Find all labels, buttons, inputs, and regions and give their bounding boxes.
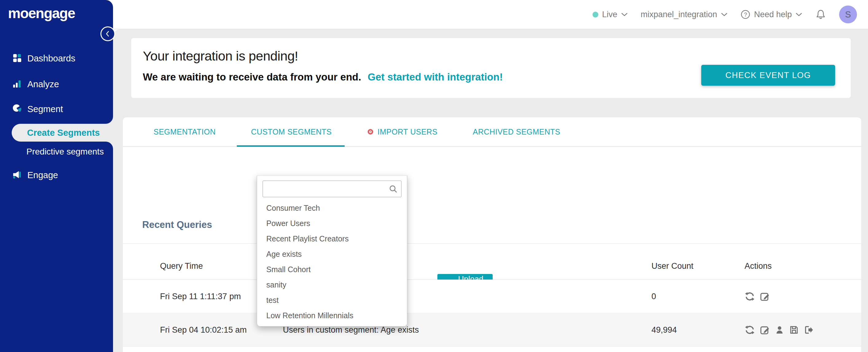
avatar[interactable]: S [839,5,857,23]
table-row: Fri Sep 11 1:11:37 pm 0 [123,280,861,313]
chevron-down-icon [621,12,628,17]
tab-segmentation[interactable]: SEGMENTATION [154,117,216,146]
custom-segment-option[interactable]: Recent Playlist Creators [257,231,407,246]
sidebar-item-label: Create Segments [27,128,100,138]
custom-segment-option[interactable]: Age exists [257,246,407,262]
user-action-button[interactable] [775,325,784,335]
avatar-initial: S [845,9,851,20]
banner-message: We are waiting to receive data from your… [143,71,503,83]
column-header-actions: Actions [745,253,772,280]
custom-segment-option[interactable]: sanity [257,277,407,292]
sidebar-item-label: Engage [27,170,58,180]
pie-chart-icon [12,104,22,115]
custom-segment-option[interactable]: test [257,292,407,308]
column-header-user-count: User Count [651,253,693,280]
user-count-cell: 0 [651,280,656,313]
custom-segment-option[interactable]: Small Cohort [257,262,407,277]
sidebar-item-label: Segment [27,104,63,114]
export-action-button[interactable] [804,325,813,335]
custom-segments-dropdown: Consumer Tech Power Users Recent Playlis… [257,175,407,326]
tab-custom-segments[interactable]: CUSTOM SEGMENTS [251,117,332,146]
tab-import-users[interactable]: IMPORT USERS [367,117,437,146]
top-bar: Live mixpanel_integration ? Need help S [113,0,868,29]
actions-cell [745,280,770,313]
sidebar-item-dashboards[interactable]: Dashboards [0,51,113,66]
save-action-button[interactable] [789,325,799,335]
sidebar-item-create-segments[interactable]: Create Segments [12,124,113,141]
bar-chart-icon [12,79,22,90]
query-time-cell: Fri Sep 11 1:11:37 pm [160,280,241,313]
question-circle-icon: ? [741,9,750,19]
need-help-label: Need help [754,10,792,19]
sidebar: moengage Dashboards Analyze Segment Crea… [0,0,113,352]
need-help-menu[interactable]: ? Need help [741,9,802,19]
user-count-cell: 49,994 [651,314,677,346]
sidebar-item-label: Analyze [27,79,59,89]
notifications-button[interactable] [815,9,826,20]
sidebar-item-segment[interactable]: Segment [0,101,113,117]
divider [123,243,861,244]
edit-action-button[interactable] [760,325,770,335]
recent-queries-title: Recent Queries [142,219,212,230]
sidebar-item-predictive-segments[interactable]: Predictive segments [0,144,113,159]
tab-label: CUSTOM SEGMENTS [251,127,332,136]
actions-cell [745,314,813,346]
search-icon [389,184,398,195]
sidebar-item-label: Dashboards [27,54,75,64]
chevron-down-icon [721,12,727,17]
tab-archived-segments[interactable]: ARCHIVED SEGMENTS [473,117,560,146]
chevron-down-icon [796,12,802,17]
refresh-action-button[interactable] [745,325,755,335]
corner-decoration [106,0,113,7]
segment-search-input[interactable] [262,181,401,197]
live-status-dot [592,12,598,18]
segments-panel: SEGMENTATION CUSTOM SEGMENTS IMPORT USER… [123,117,861,352]
dropdown-search [262,181,401,197]
project-name: mixpanel_integration [641,10,717,19]
query-time-cell: Fri Sep 04 10:02:15 am [160,314,247,346]
moengage-logo: moengage [8,5,75,22]
column-header-query-time: Query Time [160,253,203,280]
megaphone-icon [12,170,22,181]
custom-segment-option[interactable]: Low Retention Millennials [257,308,407,323]
banner-title: Your integration is pending! [143,49,298,64]
corner-decoration [106,141,113,149]
custom-segment-option[interactable]: Consumer Tech [257,200,407,216]
bell-icon [815,9,826,20]
edit-action-button[interactable] [760,291,770,301]
environment-label: Live [602,10,617,19]
sidebar-item-analyze[interactable]: Analyze [0,76,113,92]
banner-message-text: We are waiting to receive data from your… [143,71,361,83]
project-selector[interactable]: mixpanel_integration [641,10,727,19]
custom-segment-option[interactable]: Power Users [257,216,407,231]
sidebar-collapse-button[interactable] [100,26,115,41]
tab-label: ARCHIVED SEGMENTS [473,127,560,136]
table-row: Fri Sep 04 10:02:15 am Users in custom s… [123,314,861,347]
environment-selector[interactable]: Live [592,10,628,19]
corner-decoration [106,117,113,124]
sidebar-item-label: Predictive segments [26,147,104,157]
tab-bar: SEGMENTATION CUSTOM SEGMENTS IMPORT USER… [123,117,861,147]
refresh-action-button[interactable] [745,291,755,301]
tab-label: SEGMENTATION [154,127,216,136]
check-event-log-button[interactable]: CHECK EVENT LOG [701,65,835,86]
integration-pending-banner: Your integration is pending! We are wait… [131,38,851,98]
red-target-dot-icon [367,128,374,135]
chevron-left-icon [104,30,112,38]
svg-text:?: ? [744,11,747,18]
dashboards-grid-icon [12,53,22,64]
sidebar-item-engage[interactable]: Engage [0,167,113,183]
get-started-link[interactable]: Get started with integration! [368,71,503,83]
tab-label: IMPORT USERS [377,127,437,136]
table-header-row: Query Time User Count Actions [123,253,861,280]
